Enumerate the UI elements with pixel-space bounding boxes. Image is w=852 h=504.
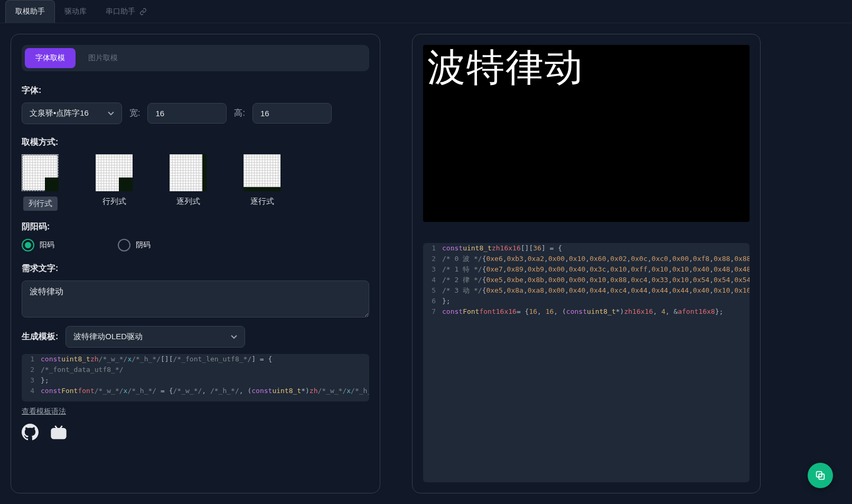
tab-serial-label: 串口助手 (106, 7, 135, 15)
mode-icon-3 (170, 154, 207, 191)
template-select-value: 波特律动OLED驱动 (73, 332, 143, 342)
settings-panel: 字体取模 图片取模 字体: 文泉驿•点阵字16 宽: 高: 取模方式: 列行式 (11, 34, 380, 493)
font-label: 字体: (22, 85, 369, 96)
text-label: 需求文字: (22, 263, 369, 274)
output-code[interactable]: 1⌄const uint8_t zh16x16[][36] = { 2/* 0 … (423, 243, 750, 482)
radio-positive[interactable]: 阳码 (22, 239, 54, 251)
font-select[interactable]: 文泉驿•点阵字16 (22, 102, 122, 124)
mode-row-col[interactable]: 行列式 (96, 154, 133, 211)
svg-rect-0 (52, 428, 66, 438)
mode-label-3: 逐列式 (176, 197, 200, 207)
height-label: 高: (234, 108, 245, 119)
radio-negative-label: 阴码 (136, 240, 151, 250)
mode-icon-4 (244, 154, 280, 191)
radio-circle-icon (22, 239, 34, 251)
template-label: 生成模板: (22, 331, 58, 342)
top-tabbar: 取模助手 驱动库 串口助手 (0, 0, 852, 23)
height-input[interactable] (252, 103, 332, 124)
radio-circle-icon (118, 239, 130, 251)
mode-label-1: 列行式 (23, 197, 58, 211)
github-icon[interactable] (22, 424, 39, 441)
preview-text: 波特律动 (427, 48, 745, 86)
mode-options: 列行式 行列式 逐列式 逐行式 (22, 154, 369, 211)
width-input[interactable] (147, 103, 227, 124)
preview-canvas: 波特律动 (423, 45, 750, 222)
template-code[interactable]: 1const uint8_t zh/*_w_*/x/*_h_*/[][/*_fo… (22, 354, 369, 402)
tab-driver[interactable]: 驱动库 (55, 1, 96, 23)
chevron-down-icon (108, 111, 114, 116)
mode-label-4: 逐行式 (250, 197, 274, 207)
chevron-down-icon (231, 335, 237, 339)
mode-by-row[interactable]: 逐行式 (244, 154, 280, 211)
tab-qumu[interactable]: 取模助手 (5, 0, 55, 23)
bilibili-icon[interactable] (50, 424, 67, 441)
mode-icon-1 (22, 154, 59, 191)
polarity-label: 阴阳码: (22, 221, 369, 232)
syntax-link[interactable]: 查看模板语法 (22, 407, 369, 416)
tab-serial[interactable]: 串口助手 (96, 1, 156, 23)
radio-negative[interactable]: 阴码 (118, 239, 151, 251)
text-input[interactable] (22, 281, 369, 318)
mode-col-row[interactable]: 列行式 (22, 154, 59, 211)
mode-by-col[interactable]: 逐列式 (170, 154, 207, 211)
subtab-bar: 字体取模 图片取模 (22, 45, 369, 71)
output-panel: 波特律动 1⌄const uint8_t zh16x16[][36] = { 2… (412, 34, 761, 493)
radio-positive-label: 阳码 (40, 240, 54, 250)
mode-label: 取模方式: (22, 137, 369, 148)
template-select[interactable]: 波特律动OLED驱动 (65, 326, 245, 348)
mode-icon-2 (96, 154, 133, 191)
font-select-value: 文泉驿•点阵字16 (30, 108, 89, 118)
mode-label-2: 行列式 (102, 197, 126, 207)
subtab-image[interactable]: 图片取模 (78, 48, 128, 68)
width-label: 宽: (129, 108, 140, 119)
subtab-font[interactable]: 字体取模 (25, 48, 76, 68)
link-icon (139, 8, 147, 15)
